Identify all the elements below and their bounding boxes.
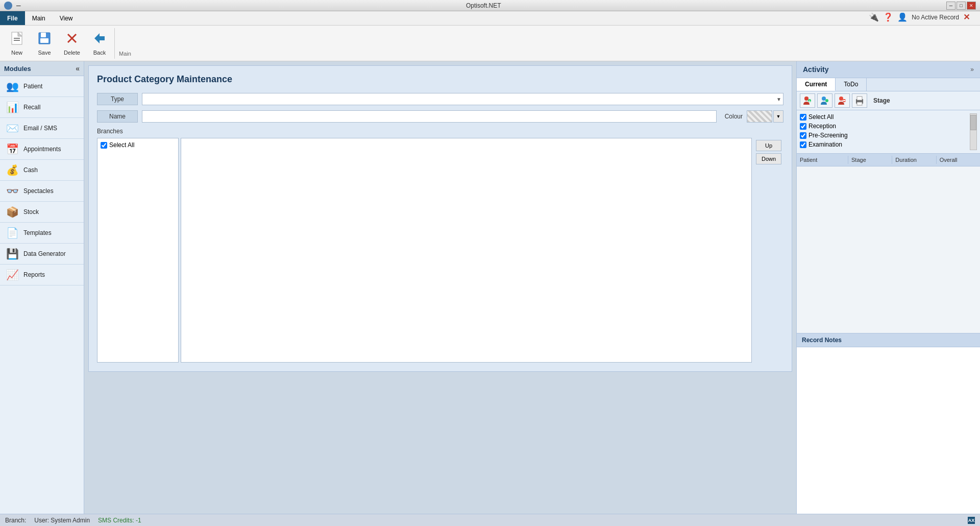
branches-list: Select All xyxy=(97,138,179,363)
svg-rect-5 xyxy=(41,33,46,37)
sidebar-item-templates[interactable]: 📄 Templates xyxy=(0,223,84,244)
tab-todo[interactable]: ToDo xyxy=(836,78,867,91)
sidebar-item-email-sms[interactable]: ✉️ Email / SMS xyxy=(0,118,84,139)
svg-rect-20 xyxy=(857,97,862,100)
branches-detail xyxy=(181,138,752,363)
stage-reception-checkbox[interactable] xyxy=(800,123,806,130)
close-window-button[interactable]: ✕ xyxy=(967,2,976,10)
svg-point-16 xyxy=(839,97,843,101)
colour-dropdown-button[interactable]: ▼ xyxy=(773,110,783,123)
minimize-button[interactable]: ─ xyxy=(946,2,955,10)
down-button[interactable]: Down xyxy=(756,153,781,164)
sidebar-item-data-generator[interactable]: 💾 Data Generator xyxy=(0,244,84,265)
new-label: New xyxy=(11,50,22,56)
branches-label: Branches xyxy=(97,128,783,135)
branches-content: Select All Up Down xyxy=(97,138,783,363)
stage-reception: Reception xyxy=(800,123,968,130)
stage-label: Stage xyxy=(873,97,890,104)
name-input[interactable] xyxy=(142,110,717,123)
stage-examination: Examination xyxy=(800,141,968,148)
window-controls: ─ □ ✕ xyxy=(946,2,976,10)
activity-table-header: Patient Stage Duration Overall xyxy=(797,154,980,166)
save-button[interactable]: Save xyxy=(32,28,57,59)
restore-button[interactable]: □ xyxy=(957,2,966,10)
toolbar-section-label: Main xyxy=(114,28,135,59)
activity-header: Activity » xyxy=(797,61,980,78)
activity-expand-icon[interactable]: » xyxy=(970,66,974,73)
svg-point-14 xyxy=(822,97,826,101)
sidebar-item-recall[interactable]: 📊 Recall xyxy=(0,97,84,118)
templates-icon: 📄 xyxy=(5,227,19,239)
add-patient-button[interactable]: + xyxy=(800,93,815,108)
activity-table-body xyxy=(797,166,980,333)
stage-select-all-label: Select All xyxy=(808,113,834,121)
sidebar-item-appointments[interactable]: 📅 Appointments xyxy=(0,139,84,160)
svg-text:+: + xyxy=(808,99,811,104)
stage-pre-screening: Pre-Screening xyxy=(800,132,968,139)
form-panel: Product Category Maintenance Type ▼ Name… xyxy=(88,65,792,372)
type-select-wrapper: ▼ xyxy=(142,93,783,105)
email-sms-icon: ✉️ xyxy=(5,122,19,134)
sidebar-item-spectacles[interactable]: 👓 Spectacles xyxy=(0,181,84,202)
stock-icon: 📦 xyxy=(5,206,19,218)
new-button[interactable]: New xyxy=(4,28,30,59)
svg-rect-21 xyxy=(857,102,862,105)
type-select[interactable] xyxy=(142,93,783,105)
back-icon xyxy=(92,31,107,49)
reports-label: Reports xyxy=(23,271,45,278)
activity-tabs: Current ToDo xyxy=(797,78,980,91)
colour-label: Colour xyxy=(725,113,743,120)
branches-select-all-checkbox[interactable] xyxy=(101,142,107,149)
status-bar: Branch: User: System Admin SMS Credits: … xyxy=(0,514,980,526)
appointments-icon: 📅 xyxy=(5,143,19,155)
main-menu[interactable]: Main xyxy=(25,11,53,25)
print-button[interactable] xyxy=(852,93,867,108)
branch-status: Branch: xyxy=(5,517,26,524)
name-label: Name xyxy=(97,110,138,123)
view-menu[interactable]: View xyxy=(53,11,80,25)
sidebar-item-cash[interactable]: 💰 Cash xyxy=(0,160,84,181)
cash-icon: 💰 xyxy=(5,164,19,176)
patient-label: Patient xyxy=(23,83,42,90)
remove-patient-button[interactable] xyxy=(835,93,850,108)
view-patient-button[interactable] xyxy=(817,93,832,108)
colour-swatch[interactable] xyxy=(747,110,772,123)
tab-current[interactable]: Current xyxy=(797,78,836,91)
close-record-button[interactable]: ✕ xyxy=(963,12,970,22)
delete-button[interactable]: Delete xyxy=(59,28,85,59)
sidebar-item-stock[interactable]: 📦 Stock xyxy=(0,202,84,223)
sidebar-header: Modules « xyxy=(0,61,84,76)
name-row: Name Colour ▼ xyxy=(97,110,783,123)
stage-scrollbar[interactable] xyxy=(970,113,977,150)
stage-examination-label: Examination xyxy=(808,141,842,148)
activity-title: Activity xyxy=(803,65,829,74)
minimize-indicator: ─ xyxy=(16,2,21,9)
user-status: User: System Admin xyxy=(34,517,90,524)
cash-label: Cash xyxy=(23,166,38,174)
stage-list: Select All Reception Pre-Screening Exami… xyxy=(797,110,980,154)
back-button[interactable]: Back xyxy=(87,28,112,59)
up-button[interactable]: Up xyxy=(756,140,781,151)
branches-select-all: Select All xyxy=(101,141,175,149)
toolbar: New Save Delete Back Main xyxy=(0,26,980,61)
sidebar-item-reports[interactable]: 📈 Reports xyxy=(0,265,84,285)
sidebar-collapse-button[interactable]: « xyxy=(76,64,80,73)
stage-examination-checkbox[interactable] xyxy=(800,141,806,148)
new-icon xyxy=(10,31,24,49)
help-icon[interactable]: ❓ xyxy=(883,12,893,22)
svg-rect-6 xyxy=(40,38,48,43)
recall-label: Recall xyxy=(23,104,40,111)
sidebar-item-patient[interactable]: 👥 Patient xyxy=(0,76,84,97)
record-notes-label: Record Notes xyxy=(797,333,980,347)
delete-icon xyxy=(65,31,79,49)
content-area: Product Category Maintenance Type ▼ Name… xyxy=(84,61,796,514)
templates-label: Templates xyxy=(23,229,52,236)
colour-picker: ▼ xyxy=(747,110,783,123)
modules-label: Modules xyxy=(4,65,31,73)
stage-select-all-checkbox[interactable] xyxy=(800,114,806,121)
wifi-icon: 🔌 xyxy=(869,12,879,22)
activity-toolbar: + xyxy=(797,91,980,110)
branches-buttons: Up Down xyxy=(754,138,783,363)
file-menu[interactable]: File xyxy=(0,11,25,25)
stage-pre-screening-checkbox[interactable] xyxy=(800,132,806,139)
